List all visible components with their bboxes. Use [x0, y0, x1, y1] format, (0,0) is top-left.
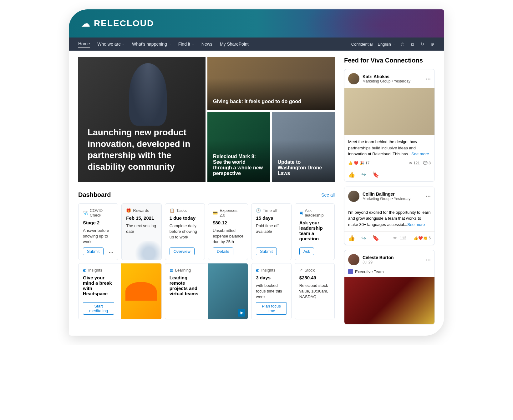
reactions[interactable]: 👍 ❤️ 🎉 17 — [348, 161, 369, 165]
hero-tile-mark8[interactable]: Relecloud Mark 8: See the world through … — [207, 112, 270, 182]
card-label: Ask leadership — [305, 208, 330, 218]
card-stock[interactable]: ↗Stock $250.49 Relecloud stock value, 10… — [295, 263, 335, 320]
bookmark-icon[interactable]: 🔖 — [372, 171, 379, 178]
feed-post[interactable]: Katri Ahokas Marketing Group • Yesterday… — [344, 69, 435, 182]
nav-sharepoint[interactable]: My SharePoint — [220, 40, 249, 48]
confidential-label: Confidential — [351, 41, 373, 48]
card-body: with booked focus time this week — [256, 283, 287, 300]
hero-row2: Relecloud Mark 8: See the world through … — [207, 112, 335, 182]
brand-logo: ☁ RELECLOUD — [81, 18, 154, 29]
hero-tile-drone[interactable]: Update to Washington Drone Laws — [272, 112, 335, 182]
avatar[interactable] — [348, 73, 359, 84]
card-timeoff[interactable]: 🕐Time off 15 days Paid time off availabl… — [251, 203, 291, 260]
see-more-link[interactable]: See more — [411, 152, 429, 156]
card-title: Leading remote projects and virtual team… — [170, 275, 201, 296]
feed-title: Feed for Viva Connections — [344, 57, 435, 64]
card-covid[interactable]: 🩺COVID Check Stage 2 Answer before showi… — [78, 203, 118, 260]
card-body: Unsubmitted expense balance due by 25th — [213, 228, 243, 245]
like-icon[interactable]: 👍 — [348, 171, 355, 178]
yammer-icon: ▣ — [299, 211, 303, 215]
hero-tile-giving[interactable]: Giving back: it feels good to do good — [207, 57, 335, 110]
author-name[interactable]: Collin Ballinger — [363, 192, 423, 197]
author-name[interactable]: Celeste Burton — [363, 255, 423, 260]
nav-who[interactable]: Who we are ⌄ — [97, 40, 124, 48]
nav-find[interactable]: Find it ⌄ — [178, 40, 194, 48]
nav-news[interactable]: News — [201, 40, 212, 48]
avatar[interactable] — [348, 254, 359, 265]
banner: ☁ RELECLOUD — [69, 9, 444, 38]
author-name[interactable]: Katri Ahokas — [363, 74, 423, 79]
card-title: 3 days — [256, 275, 287, 280]
details-button[interactable]: Details — [213, 248, 233, 255]
hero-main-tile[interactable]: Launching new product innovation, develo… — [78, 57, 206, 182]
refresh-icon[interactable]: ↻ — [420, 42, 425, 47]
content: Launching new product innovation, develo… — [69, 51, 444, 336]
feed-post[interactable]: Collin Ballinger Marketing Group • Yeste… — [344, 187, 435, 245]
focus-button[interactable]: Plan focus time — [256, 302, 287, 315]
card-label: Tasks — [176, 208, 187, 213]
card-body: Complete daily before showing up to work — [170, 223, 200, 245]
share-icon[interactable]: ↪ — [361, 171, 366, 178]
tasks-icon: 📋 — [170, 208, 175, 213]
like-icon[interactable]: 👍 — [348, 235, 355, 242]
card-body: Relecloud stock value, 10:30am, NASDAQ — [299, 283, 330, 315]
hero-tile-title: Giving back: it feels good to do good — [213, 99, 301, 104]
card-expenses[interactable]: 💳Expenses 2.0 $80.12 Unsubmitted expense… — [208, 203, 248, 260]
post-meta: Marketing Group • Yesterday — [363, 79, 423, 83]
see-all-link[interactable]: See all — [321, 192, 335, 198]
navbar: Home Who we are ⌄ What's happening ⌄ Fin… — [69, 38, 444, 51]
card-rewards[interactable]: 🎁Rewards Feb 15, 2021 The next vesting d… — [121, 203, 161, 260]
nav-left: Home Who we are ⌄ What's happening ⌄ Fin… — [78, 40, 351, 48]
more-icon[interactable]: ⋯ — [426, 76, 431, 82]
card-icon: 💳 — [213, 211, 218, 215]
ask-button[interactable]: Ask — [299, 248, 314, 255]
language-selector[interactable]: English ⌄ — [378, 41, 395, 48]
bookmark-icon[interactable]: 🔖 — [372, 235, 379, 242]
sidebar-feed: Feed for Viva Connections Katri Ahokas M… — [344, 57, 435, 329]
gift-icon: 🎁 — [126, 208, 131, 213]
card-insights-focus[interactable]: ◐Insights 3 days with booked focus time … — [251, 263, 291, 320]
star-icon[interactable]: ☆ — [400, 42, 405, 47]
team-tag[interactable]: Executive Team — [344, 269, 388, 277]
learning-image — [208, 263, 248, 319]
headspace-image — [121, 263, 161, 319]
nav-right: Confidential English ⌄ ☆ ⧉ ↻ ⊕ — [351, 41, 435, 48]
card-title: 1 due today — [170, 215, 200, 221]
avatar[interactable] — [348, 191, 359, 202]
see-more-link[interactable]: See more — [407, 222, 425, 227]
chevron-down-icon: ⌄ — [392, 42, 395, 46]
feed-post[interactable]: Celeste Burton Jul 29 ⋯ Executive Team — [344, 250, 435, 324]
main-column: Launching new product innovation, develo… — [78, 57, 335, 329]
submit-button[interactable]: Submit — [83, 248, 104, 255]
hero-grid: Launching new product innovation, develo… — [78, 57, 335, 182]
dashboard-header: Dashboard See all — [78, 191, 335, 198]
more-icon[interactable]: ⋯ — [426, 193, 431, 199]
card-body: Paid time off available — [256, 223, 287, 245]
card-label: Insights — [88, 268, 102, 272]
card-title: $80.12 — [213, 220, 243, 225]
card-title: $250.49 — [299, 275, 330, 280]
card-learning[interactable]: ▦Learning Leading remote projects and vi… — [165, 263, 248, 320]
insights-icon: ◐ — [256, 268, 259, 272]
post-image[interactable] — [344, 88, 434, 135]
meditate-button[interactable]: Start meditating — [83, 302, 114, 315]
overview-button[interactable]: Overview — [170, 248, 195, 255]
share-icon[interactable]: ↪ — [361, 235, 366, 242]
more-icon[interactable]: ⋯ — [426, 257, 431, 263]
globe-icon[interactable]: ⊕ — [430, 42, 435, 47]
post-image[interactable] — [344, 277, 434, 324]
card-body: The next vesting date — [126, 223, 157, 255]
submit-button[interactable]: Submit — [256, 248, 277, 255]
card-ask[interactable]: ▣Ask leadership Ask your leadership team… — [295, 203, 335, 260]
card-tasks[interactable]: 📋Tasks 1 due today Complete daily before… — [165, 203, 205, 260]
card-insights-headspace[interactable]: ◐Insights Give your mind a break with He… — [78, 263, 162, 320]
more-icon[interactable]: ⋯ — [109, 249, 114, 255]
stethoscope-icon: 🩺 — [83, 211, 88, 215]
post-text: Meet the team behind the design: how par… — [344, 135, 434, 161]
insights-icon: ◐ — [83, 268, 86, 272]
card-label: Insights — [261, 268, 275, 272]
nav-home[interactable]: Home — [78, 40, 90, 48]
nav-happening[interactable]: What's happening ⌄ — [132, 40, 171, 48]
post-meta: Jul 29 — [363, 260, 423, 264]
link-icon[interactable]: ⧉ — [410, 42, 415, 47]
